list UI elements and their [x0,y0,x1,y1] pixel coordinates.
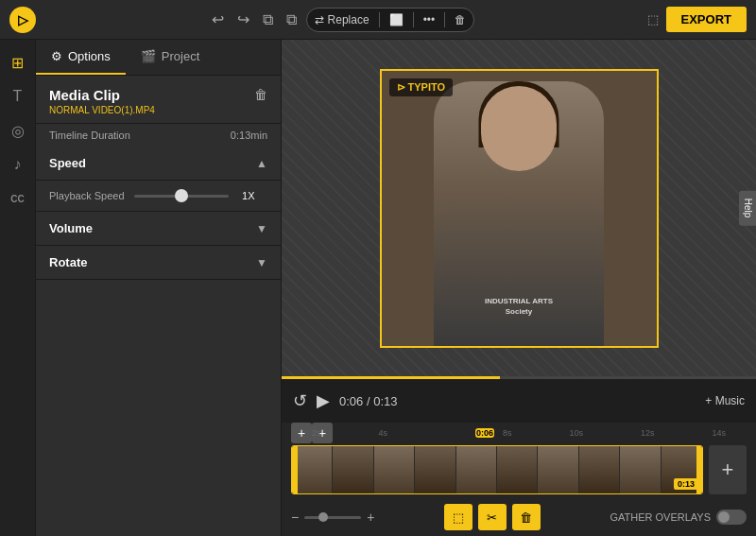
top-bar-center: ↩ ↪ ⧉ ⧉ ⇄ Replace ⬜ ••• 🗑 [208,7,474,32]
video-placeholder: INDUSTRIAL ARTSSociety [382,71,657,346]
frame-8 [579,446,620,493]
action-pill: ⇄ Replace ⬜ ••• 🗑 [306,8,474,32]
media-clip-duration: Timeline Duration 0:13min [36,124,281,147]
playhead-marker: 0:06 [475,428,494,438]
delete-button[interactable]: 🗑 [455,13,466,26]
rotate-chevron-icon: ▼ [256,256,267,269]
track-tools: ⬚ ✂ 🗑 [444,504,541,530]
playback-bar: ↺ ▶ 0:06 / 0:13 + Music [282,379,756,423]
sidebar-music-button[interactable]: ♪ [3,149,33,180]
frame-9 [620,446,661,493]
timeline-bottom: − + ⬚ ✂ 🗑 GATHER OVERLAYS [282,498,756,536]
undo-button[interactable]: ↩ [208,7,228,32]
sidebar-text-button[interactable]: T [3,81,33,112]
redo-button[interactable]: ↪ [233,7,253,32]
main-layout: ⊞ T ◎ ♪ CC ⚙ Options 🎬 Project Media Cli… [0,40,756,536]
options-panel: ⚙ Options 🎬 Project Media Clip NORMAL VI… [36,40,282,536]
speed-slider-container: 1X [134,190,268,201]
duration-badge: 0:13 [674,478,698,490]
ruler-mark-10s: 10s [569,428,583,438]
delete-tool-button[interactable]: 🗑 [512,504,541,530]
replace-button[interactable]: ⇄ Replace [315,13,369,26]
duplicate-button[interactable]: ⧉ [259,8,277,32]
person-head [481,86,557,171]
top-bar-left: ▷ [9,7,36,33]
timeline-area: + 2s 4s 0:06 8s 10s 12s 14s + [282,423,756,536]
timeline-track-area: 0:13 + [282,441,756,498]
zoom-controls: − + [291,510,374,525]
frame-1 [292,446,333,493]
progress-bar-container [282,376,756,379]
frame-3 [374,446,415,493]
media-clip-subtitle: NORMAL VIDEO(1).MP4 [49,105,155,115]
pill-divider [379,12,380,27]
copy-button[interactable]: ⧉ [283,8,301,32]
volume-title: Volume [49,221,93,235]
ruler-mark-4s: 4s [379,428,388,438]
sidebar-media-button[interactable]: ⊞ [3,47,33,78]
speed-section-content: Playback Speed 1X [36,181,281,212]
pill-divider3 [444,12,445,27]
crop-button[interactable]: ⬜ [389,13,404,26]
gather-overlays-toggle[interactable] [716,510,747,525]
video-canvas: INDUSTRIAL ARTSSociety ⊳ TYPITO Help [282,40,756,376]
time-display: 0:06 / 0:13 [339,394,696,408]
replay-button[interactable]: ↺ [293,390,307,411]
rotate-section-header[interactable]: Rotate ▼ [36,246,281,280]
ruler-mark-8s: 8s [503,428,512,438]
timeline-ruler: + 2s 4s 0:06 8s 10s 12s 14s + [282,423,756,441]
screen-button[interactable]: ⬚ [647,12,659,26]
sidebar-elements-button[interactable]: ◎ [3,115,33,146]
speed-value: 1X [236,190,255,201]
play-button[interactable]: ▶ [317,390,330,411]
volume-chevron-icon: ▼ [256,222,267,235]
media-clip-header: Media Clip NORMAL VIDEO(1).MP4 🗑 [36,76,281,124]
ruler-mark-14s: 14s [712,428,726,438]
ruler-mark-2s: 2s [312,428,321,438]
speed-chevron-icon: ▲ [256,157,267,170]
delete-clip-button[interactable]: 🗑 [254,87,267,102]
media-clip-info: Media Clip NORMAL VIDEO(1).MP4 [49,87,155,115]
gather-overlays: GATHER OVERLAYS [610,510,747,525]
zoom-in-button[interactable]: + [367,510,374,525]
video-frame: INDUSTRIAL ARTSSociety ⊳ TYPITO [380,69,659,348]
speed-slider[interactable] [134,195,229,198]
playback-speed-row: Playback Speed 1X [49,190,267,201]
pill-divider2 [413,12,414,27]
options-icon: ⚙ [51,49,62,63]
sidebar-captions-button[interactable]: CC [3,183,33,214]
music-button[interactable]: + Music [705,394,745,407]
track-handle-left[interactable] [292,446,298,493]
frame-6 [497,446,538,493]
shirt-text: INDUSTRIAL ARTSSociety [485,296,553,317]
frame-5 [456,446,497,493]
tab-options[interactable]: ⚙ Options [36,40,126,75]
canvas-area: INDUSTRIAL ARTSSociety ⊳ TYPITO Help ↺ ▶… [282,40,756,536]
add-track-button[interactable]: + [709,445,747,494]
icon-sidebar: ⊞ T ◎ ♪ CC [0,40,36,536]
add-left-button[interactable]: + [291,423,312,443]
panel-tabs: ⚙ Options 🎬 Project [36,40,281,76]
zoom-slider[interactable] [304,516,361,519]
zoom-out-button[interactable]: − [291,510,299,525]
speed-section-header[interactable]: Speed ▲ [36,147,281,181]
speed-title: Speed [49,156,86,170]
crop-tool-button[interactable]: ⬚ [444,504,472,530]
playback-speed-label: Playback Speed [49,190,125,201]
typito-watermark: ⊳ TYPITO [389,78,454,96]
top-bar-right: ⬚ EXPORT [647,7,747,32]
toggle-knob [718,511,730,523]
ruler-marks: 2s 4s 0:06 8s 10s 12s 14s [312,428,726,438]
tab-project[interactable]: 🎬 Project [126,40,215,75]
help-button[interactable]: Help [739,191,756,226]
top-bar: ▷ ↩ ↪ ⧉ ⧉ ⇄ Replace ⬜ ••• 🗑 ⬚ EXPORT [0,0,756,40]
project-icon: 🎬 [141,49,156,63]
track-frames: 0:13 [291,445,703,494]
export-button[interactable]: EXPORT [666,7,747,32]
more-button[interactable]: ••• [423,13,436,26]
volume-section-header[interactable]: Volume ▼ [36,212,281,246]
frame-4 [415,446,455,493]
rotate-title: Rotate [49,255,87,269]
cut-tool-button[interactable]: ✂ [478,504,507,530]
frame-7 [538,446,578,493]
